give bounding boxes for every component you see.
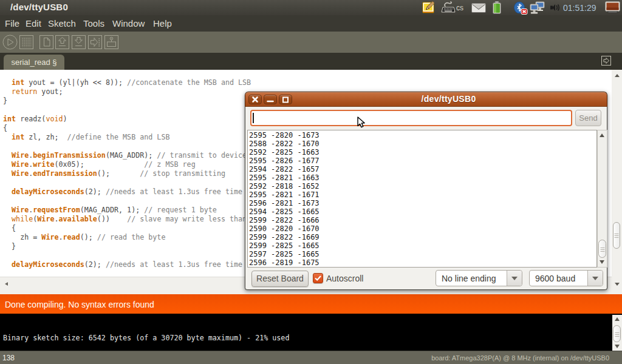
scroll-thumb[interactable]: [613, 222, 620, 249]
keyboard-layout-label[interactable]: cs: [456, 4, 463, 12]
baud-rate-select[interactable]: 9600 baud: [529, 270, 603, 286]
save-button[interactable]: [70, 34, 87, 50]
tab-menu-icon[interactable]: [601, 55, 612, 66]
scroll-down-icon[interactable]: [600, 260, 604, 264]
toolbar: [0, 32, 622, 53]
network-icon[interactable]: [530, 1, 545, 15]
scroll-up-icon[interactable]: [600, 133, 604, 137]
serial-monitor-body: Send 2595 -2820 -1673 2588 -2822 -1670 2…: [245, 107, 607, 290]
text-caret: [253, 113, 254, 123]
screen: /dev/ttyUSB0: [0, 0, 622, 364]
scroll-down-icon[interactable]: [615, 345, 620, 348]
menu-sketch[interactable]: Sketch: [48, 18, 76, 29]
menu-window[interactable]: Window: [112, 18, 145, 29]
verify-button[interactable]: [2, 34, 18, 50]
dropdown-arrow-icon[interactable]: [587, 271, 603, 286]
menu-edit[interactable]: Edit: [26, 18, 41, 29]
window-maximize-button[interactable]: [279, 95, 292, 104]
volume-icon[interactable]: [550, 2, 560, 13]
new-sketch-button[interactable]: [38, 34, 55, 50]
window-minimize-button[interactable]: [264, 95, 277, 104]
serial-output-area[interactable]: 2595 -2820 -1673 2588 -2822 -1670 2592 -…: [247, 130, 597, 268]
upload-button[interactable]: [87, 34, 103, 50]
scroll-thumb[interactable]: [613, 325, 621, 342]
serial-input-field[interactable]: [250, 110, 572, 126]
serial-monitor-title: /dev/ttyUSB0: [296, 94, 601, 104]
keyboard-layout-icon[interactable]: [441, 1, 456, 15]
console: Binary sketch size: 6542 bytes (of a 307…: [0, 314, 622, 351]
autoscroll-label[interactable]: Autoscroll: [326, 274, 363, 283]
battery-icon[interactable]: [492, 1, 502, 14]
serial-monitor-button[interactable]: [103, 34, 120, 50]
status-message: Done compiling. No syntax errors found: [5, 300, 154, 309]
scroll-thumb[interactable]: [598, 240, 606, 258]
line-number: 138: [2, 354, 15, 362]
scroll-left-icon[interactable]: [5, 282, 8, 286]
scroll-up-icon[interactable]: [615, 74, 620, 77]
clock[interactable]: 01:51:29: [563, 3, 596, 13]
ide-status-bar: Done compiling. No syntax errors found: [0, 294, 622, 314]
autoscroll-checkbox[interactable]: [313, 273, 323, 283]
window-close-button[interactable]: [248, 95, 262, 104]
tab-serial-read[interactable]: serial_read §: [4, 55, 64, 70]
scroll-up-icon[interactable]: [615, 317, 620, 321]
open-button[interactable]: [54, 34, 70, 50]
menu-tools[interactable]: Tools: [83, 18, 104, 29]
bluetooth-icon[interactable]: [513, 1, 528, 15]
editor-vscrollbar[interactable]: [612, 70, 622, 294]
top-panel: /dev/ttyUSB0: [0, 0, 622, 15]
serial-monitor-titlebar[interactable]: /dev/ttyUSB0: [245, 92, 607, 107]
tab-bar: serial_read §: [0, 53, 622, 70]
menu-bar: File Edit Sketch Tools Window Help: [0, 15, 622, 32]
system-tray: cs: [0, 0, 622, 15]
scroll-down-icon[interactable]: [615, 283, 620, 286]
line-ending-select[interactable]: No line ending: [436, 270, 522, 286]
notes-icon[interactable]: [422, 1, 436, 15]
serial-monitor-window: /dev/ttyUSB0 Send 2595 -2820 -1673 2588 …: [245, 92, 607, 290]
send-button[interactable]: Send: [575, 110, 601, 126]
editor-status-line: 138 board: ATmega328P(A) @ 8 MHz (intern…: [0, 351, 622, 364]
mail-icon[interactable]: [471, 3, 486, 13]
menu-file[interactable]: File: [5, 18, 19, 29]
display-icon[interactable]: [605, 1, 620, 13]
reset-board-button[interactable]: Reset Board: [251, 271, 309, 287]
console-scrollbar[interactable]: [612, 315, 622, 351]
mouse-cursor: [357, 116, 366, 129]
stop-button[interactable]: [18, 34, 35, 50]
console-text: Binary sketch size: 6542 bytes (of a 307…: [3, 334, 289, 342]
serial-output-scrollbar[interactable]: [597, 130, 607, 268]
serial-output-text: 2595 -2820 -1673 2588 -2822 -1670 2592 -…: [248, 130, 596, 267]
dropdown-arrow-icon[interactable]: [507, 271, 522, 286]
board-info: board: ATmega328P(A) @ 8 MHz (internal) …: [431, 354, 609, 362]
menu-help[interactable]: Help: [153, 18, 172, 29]
